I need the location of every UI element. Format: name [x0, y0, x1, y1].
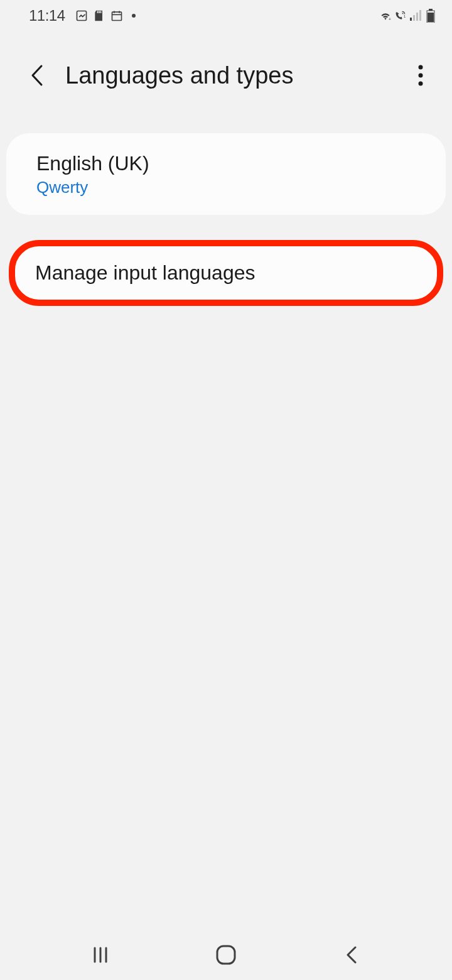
recents-button[interactable] — [75, 939, 126, 971]
status-icons-left — [75, 9, 136, 22]
manage-label: Manage input languages — [35, 261, 412, 285]
image-icon — [75, 9, 88, 22]
svg-point-19 — [419, 82, 423, 86]
svg-rect-3 — [100, 11, 101, 13]
svg-rect-2 — [99, 11, 100, 13]
status-time: 11:14 — [29, 7, 65, 24]
notification-dot — [132, 14, 136, 18]
keyboard-layout: Qwerty — [36, 178, 416, 197]
svg-rect-23 — [217, 946, 235, 964]
battery-icon — [424, 9, 437, 22]
content-area: English (UK) Qwerty Manage input languag… — [0, 102, 452, 306]
svg-text:+: + — [389, 17, 391, 21]
language-name: English (UK) — [36, 152, 416, 175]
sd-card-icon — [93, 9, 105, 22]
app-header: Languages and types — [0, 30, 452, 102]
svg-rect-12 — [416, 13, 418, 21]
svg-text:1: 1 — [404, 14, 406, 18]
wifi-calling-icon: 1 — [394, 9, 407, 22]
back-nav-button[interactable] — [326, 939, 377, 971]
manage-input-languages-button[interactable]: Manage input languages — [9, 240, 443, 306]
svg-point-17 — [419, 65, 423, 70]
svg-rect-10 — [410, 18, 412, 21]
svg-rect-16 — [428, 13, 434, 22]
status-bar: 11:14 + 1 — [0, 0, 452, 30]
svg-rect-13 — [419, 10, 421, 21]
back-button[interactable] — [28, 62, 46, 89]
status-left: 11:14 — [29, 7, 136, 24]
svg-rect-4 — [112, 12, 121, 20]
page-title: Languages and types — [65, 62, 389, 89]
navigation-bar — [0, 930, 452, 980]
language-item-english-uk[interactable]: English (UK) Qwerty — [6, 133, 446, 215]
more-options-button[interactable] — [408, 62, 433, 89]
signal-icon — [409, 9, 422, 22]
svg-rect-1 — [97, 11, 98, 13]
status-right: + 1 — [379, 9, 437, 22]
svg-point-18 — [419, 74, 423, 78]
wifi-icon: + — [379, 9, 392, 22]
calendar-icon — [110, 9, 123, 22]
home-button[interactable] — [201, 939, 251, 971]
svg-rect-11 — [413, 15, 415, 21]
